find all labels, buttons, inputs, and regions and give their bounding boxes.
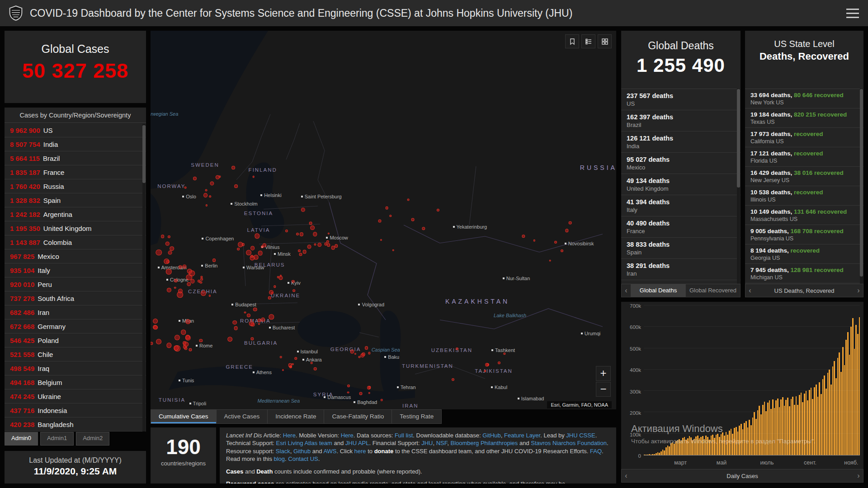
- us-state-row[interactable]: 19 184 deaths, 820 215 recoveredTexas US: [745, 108, 863, 128]
- daily-cases-bar[interactable]: [792, 397, 793, 455]
- daily-cases-bar[interactable]: [801, 393, 802, 455]
- daily-cases-bar[interactable]: [674, 444, 675, 455]
- scrollbar-thumb[interactable]: [737, 89, 740, 188]
- case-cluster-dot[interactable]: [392, 249, 394, 251]
- case-cluster-dot[interactable]: [549, 259, 552, 262]
- case-cluster-dot[interactable]: [250, 319, 252, 321]
- footer-link[interactable]: JHU CSSE: [566, 432, 595, 439]
- footer-link[interactable]: AWS: [323, 448, 336, 455]
- case-cluster-dot[interactable]: [200, 278, 203, 281]
- country-cases-row[interactable]: 672 668Germany: [5, 319, 146, 333]
- case-cluster-dot[interactable]: [253, 308, 257, 312]
- scrollbar-thumb[interactable]: [860, 89, 863, 277]
- country-cases-row[interactable]: 494 168Belgium: [5, 375, 146, 389]
- case-cluster-dot[interactable]: [183, 345, 187, 349]
- daily-cases-bar[interactable]: [782, 397, 783, 455]
- case-cluster-dot[interactable]: [190, 279, 194, 283]
- case-cluster-dot[interactable]: [244, 311, 246, 314]
- daily-cases-bar[interactable]: [837, 358, 839, 455]
- daily-cases-bar[interactable]: [657, 452, 659, 455]
- case-cluster-dot[interactable]: [295, 357, 297, 359]
- daily-cases-bar[interactable]: [780, 399, 782, 455]
- country-cases-row[interactable]: 1 242 182Argentina: [5, 207, 146, 221]
- case-cluster-dot[interactable]: [554, 241, 557, 244]
- map-tab-testing-rate[interactable]: Testing Rate: [392, 409, 442, 424]
- daily-cases-bar[interactable]: [811, 388, 812, 455]
- daily-cases-bar[interactable]: [814, 387, 815, 455]
- case-cluster-dot[interactable]: [324, 243, 327, 246]
- case-cluster-dot[interactable]: [216, 175, 219, 179]
- daily-cases-bar[interactable]: [842, 347, 844, 455]
- daily-cases-bar[interactable]: [769, 400, 770, 455]
- case-cluster-dot[interactable]: [422, 227, 425, 230]
- case-cluster-dot[interactable]: [167, 288, 171, 292]
- case-cluster-dot[interactable]: [174, 286, 176, 288]
- us-state-row[interactable]: 10 538 deaths, recoveredIllinois US: [745, 186, 863, 206]
- case-cluster-dot[interactable]: [258, 319, 261, 322]
- case-cluster-dot[interactable]: [533, 239, 535, 241]
- country-cases-row[interactable]: 5 664 115Brazil: [5, 151, 146, 165]
- case-cluster-dot[interactable]: [165, 242, 169, 245]
- scrollbar-thumb[interactable]: [142, 125, 146, 183]
- tab-global-deaths[interactable]: Global Deaths: [631, 284, 685, 297]
- case-cluster-dot[interactable]: [231, 166, 235, 169]
- footer-link[interactable]: JHU APL: [345, 440, 369, 446]
- case-cluster-dot[interactable]: [234, 326, 238, 330]
- case-cluster-dot[interactable]: [368, 352, 370, 354]
- daily-cases-bar[interactable]: [779, 407, 780, 455]
- case-cluster-dot[interactable]: [311, 362, 313, 364]
- zoom-out-button[interactable]: −: [596, 382, 611, 397]
- daily-cases-bar[interactable]: [670, 443, 672, 455]
- case-cluster-dot[interactable]: [201, 291, 206, 296]
- daily-cases-bar[interactable]: [757, 410, 759, 455]
- case-cluster-dot[interactable]: [156, 339, 162, 344]
- case-cluster-dot[interactable]: [347, 391, 349, 394]
- daily-cases-bar[interactable]: [749, 420, 750, 455]
- daily-cases-bar[interactable]: [827, 373, 829, 455]
- country-cases-row[interactable]: 1 835 187France: [5, 165, 146, 179]
- case-cluster-dot[interactable]: [437, 209, 439, 211]
- case-cluster-dot[interactable]: [185, 335, 190, 339]
- daily-cases-bar[interactable]: [807, 400, 808, 455]
- case-cluster-dot[interactable]: [354, 353, 356, 355]
- daily-cases-bar[interactable]: [802, 402, 803, 455]
- case-cluster-dot[interactable]: [238, 242, 243, 247]
- footer-link[interactable]: Here: [341, 432, 354, 439]
- us-state-row[interactable]: 7 945 deaths, 128 981 recoveredMichigan …: [745, 264, 863, 283]
- daily-cases-bar[interactable]: [767, 403, 769, 455]
- case-cluster-dot[interactable]: [285, 230, 288, 232]
- us-state-row[interactable]: 10 149 deaths, 131 646 recoveredMassachu…: [745, 206, 863, 225]
- daily-cases-bar[interactable]: [791, 399, 792, 455]
- daily-cases-bar[interactable]: [840, 372, 842, 455]
- case-cluster-dot[interactable]: [274, 285, 276, 287]
- case-cluster-dot[interactable]: [328, 233, 330, 235]
- daily-cases-bar[interactable]: [775, 400, 777, 455]
- case-cluster-dot[interactable]: [161, 235, 165, 239]
- case-cluster-dot[interactable]: [210, 181, 214, 185]
- case-cluster-dot[interactable]: [310, 225, 315, 230]
- footer-link[interactable]: NSF: [436, 440, 448, 446]
- daily-cases-bar[interactable]: [806, 391, 807, 455]
- daily-cases-bar[interactable]: [777, 399, 778, 455]
- global-deaths-row[interactable]: 41 394 deathsItaly: [621, 195, 741, 216]
- us-list-scrollbar[interactable]: [860, 89, 863, 284]
- case-cluster-dot[interactable]: [151, 342, 153, 345]
- case-cluster-dot[interactable]: [178, 265, 182, 269]
- daily-cases-bar[interactable]: [764, 402, 765, 455]
- case-cluster-dot[interactable]: [485, 363, 489, 366]
- case-cluster-dot[interactable]: [209, 295, 211, 296]
- footer-link[interactable]: Slack: [276, 448, 290, 455]
- admin-tab-admin2[interactable]: Admin2: [76, 432, 109, 446]
- case-cluster-dot[interactable]: [314, 367, 317, 371]
- daily-cases-bar[interactable]: [797, 405, 798, 455]
- case-cluster-dot[interactable]: [205, 189, 208, 192]
- deaths-list-scrollbar[interactable]: [737, 89, 740, 284]
- case-cluster-dot[interactable]: [365, 346, 368, 350]
- case-cluster-dot[interactable]: [380, 239, 382, 241]
- case-cluster-dot[interactable]: [203, 193, 208, 197]
- cases-list-scrollbar[interactable]: [142, 124, 146, 432]
- daily-cases-bar[interactable]: [834, 361, 835, 455]
- footer-link[interactable]: Esri Living Atlas team: [276, 440, 332, 446]
- country-cases-row[interactable]: 935 104Italy: [5, 263, 146, 277]
- case-cluster-dot[interactable]: [298, 249, 301, 252]
